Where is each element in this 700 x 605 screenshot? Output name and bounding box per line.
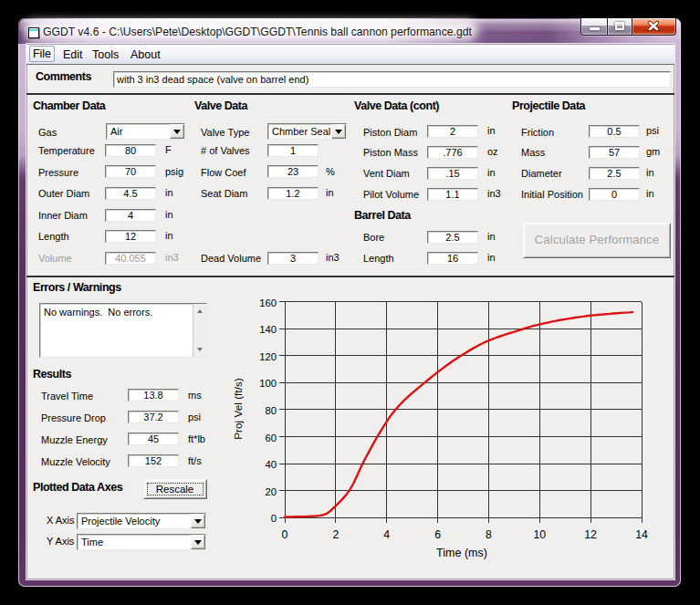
svg-text:0: 0 bbox=[271, 513, 277, 524]
svg-text:20: 20 bbox=[265, 486, 277, 497]
svg-text:160: 160 bbox=[259, 297, 277, 308]
svg-text:40: 40 bbox=[265, 459, 277, 470]
svg-text:0: 0 bbox=[282, 528, 288, 541]
svg-text:8: 8 bbox=[486, 528, 492, 541]
svg-text:100: 100 bbox=[259, 378, 277, 389]
svg-text:Time (ms): Time (ms) bbox=[436, 547, 487, 559]
svg-text:140: 140 bbox=[259, 324, 277, 335]
svg-text:2: 2 bbox=[332, 528, 339, 541]
svg-text:60: 60 bbox=[265, 433, 277, 443]
svg-text:12: 12 bbox=[584, 528, 597, 541]
svg-text:4: 4 bbox=[383, 528, 390, 541]
svg-text:10: 10 bbox=[533, 528, 546, 541]
svg-text:14: 14 bbox=[635, 528, 648, 541]
svg-text:6: 6 bbox=[434, 528, 441, 541]
svg-text:80: 80 bbox=[265, 405, 277, 416]
svg-text:Proj Vel (ft/s): Proj Vel (ft/s) bbox=[232, 378, 245, 440]
svg-text:120: 120 bbox=[259, 351, 277, 362]
